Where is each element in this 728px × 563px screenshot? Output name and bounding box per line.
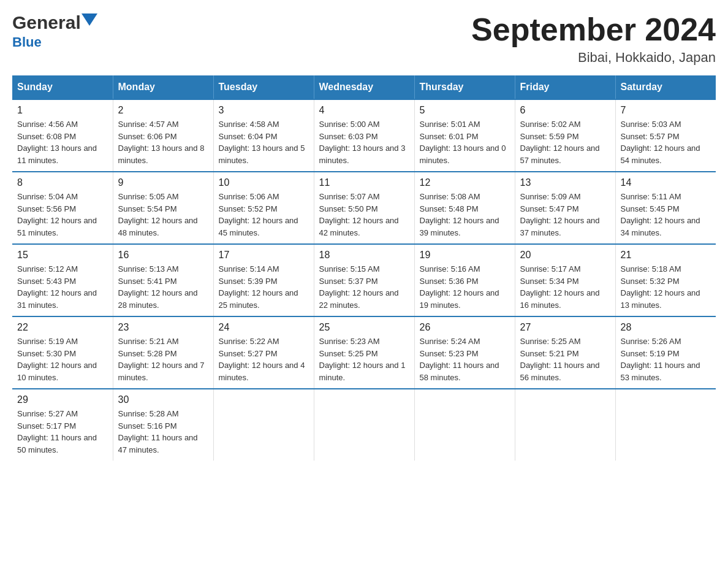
calendar-cell: 30Sunrise: 5:28 AMSunset: 5:16 PMDayligh…: [113, 389, 213, 461]
day-info: Sunrise: 5:13 AMSunset: 5:41 PMDaylight:…: [118, 263, 208, 311]
day-number: 28: [621, 322, 711, 333]
calendar-cell: 26Sunrise: 5:24 AMSunset: 5:23 PMDayligh…: [414, 316, 515, 389]
day-number: 3: [219, 105, 309, 116]
day-info: Sunrise: 4:58 AMSunset: 6:04 PMDaylight:…: [219, 118, 309, 166]
day-info: Sunrise: 5:18 AMSunset: 5:32 PMDaylight:…: [621, 263, 711, 311]
day-number: 23: [118, 322, 208, 333]
day-number: 27: [520, 322, 610, 333]
day-number: 13: [520, 177, 610, 188]
day-info: Sunrise: 5:00 AMSunset: 6:03 PMDaylight:…: [319, 118, 409, 166]
day-number: 26: [420, 322, 510, 333]
calendar-cell: 16Sunrise: 5:13 AMSunset: 5:41 PMDayligh…: [113, 244, 213, 316]
calendar-cell: 13Sunrise: 5:09 AMSunset: 5:47 PMDayligh…: [515, 172, 615, 244]
calendar-cell: 1Sunrise: 4:56 AMSunset: 6:08 PMDaylight…: [12, 99, 113, 172]
day-number: 14: [621, 177, 711, 188]
calendar-cell: 5Sunrise: 5:01 AMSunset: 6:01 PMDaylight…: [414, 99, 515, 172]
calendar-cell: 24Sunrise: 5:22 AMSunset: 5:27 PMDayligh…: [213, 316, 314, 389]
day-number: 5: [420, 105, 510, 116]
day-info: Sunrise: 5:05 AMSunset: 5:54 PMDaylight:…: [118, 191, 208, 239]
day-info: Sunrise: 5:06 AMSunset: 5:52 PMDaylight:…: [219, 191, 309, 239]
svg-marker-0: [82, 13, 97, 26]
day-info: Sunrise: 4:57 AMSunset: 6:06 PMDaylight:…: [118, 118, 208, 166]
day-info: Sunrise: 5:11 AMSunset: 5:45 PMDaylight:…: [621, 191, 711, 239]
calendar-cell: 11Sunrise: 5:07 AMSunset: 5:50 PMDayligh…: [314, 172, 414, 244]
day-info: Sunrise: 5:14 AMSunset: 5:39 PMDaylight:…: [219, 263, 309, 311]
calendar-cell: [213, 389, 314, 461]
day-info: Sunrise: 5:07 AMSunset: 5:50 PMDaylight:…: [319, 191, 409, 239]
day-info: Sunrise: 5:24 AMSunset: 5:23 PMDaylight:…: [420, 335, 510, 383]
logo-wordmark: General: [12, 12, 97, 33]
day-info: Sunrise: 5:08 AMSunset: 5:48 PMDaylight:…: [420, 191, 510, 239]
day-number: 20: [520, 250, 610, 261]
day-number: 17: [219, 250, 309, 261]
calendar-cell: 29Sunrise: 5:27 AMSunset: 5:17 PMDayligh…: [12, 389, 113, 461]
day-info: Sunrise: 5:19 AMSunset: 5:30 PMDaylight:…: [17, 335, 108, 383]
calendar-cell: 3Sunrise: 4:58 AMSunset: 6:04 PMDaylight…: [213, 99, 314, 172]
col-tuesday: Tuesday: [213, 75, 314, 99]
day-number: 6: [520, 105, 610, 116]
calendar-cell: 15Sunrise: 5:12 AMSunset: 5:43 PMDayligh…: [12, 244, 113, 316]
logo-triangle-icon: [82, 13, 97, 29]
calendar-cell: 7Sunrise: 5:03 AMSunset: 5:57 PMDaylight…: [615, 99, 716, 172]
col-saturday: Saturday: [615, 75, 716, 99]
day-info: Sunrise: 5:09 AMSunset: 5:47 PMDaylight:…: [520, 191, 610, 239]
day-info: Sunrise: 5:27 AMSunset: 5:17 PMDaylight:…: [17, 408, 108, 456]
day-info: Sunrise: 5:17 AMSunset: 5:34 PMDaylight:…: [520, 263, 610, 311]
day-info: Sunrise: 5:22 AMSunset: 5:27 PMDaylight:…: [219, 335, 309, 383]
logo-blue-text: Blue: [12, 34, 42, 50]
day-number: 9: [118, 177, 208, 188]
page-header: General Blue September 2024 Bibai, Hokka…: [12, 12, 716, 66]
calendar-table: Sunday Monday Tuesday Wednesday Thursday…: [12, 75, 716, 461]
header-row: Sunday Monday Tuesday Wednesday Thursday…: [12, 75, 716, 99]
day-number: 29: [17, 394, 108, 405]
calendar-body: 1Sunrise: 4:56 AMSunset: 6:08 PMDaylight…: [12, 99, 716, 461]
day-info: Sunrise: 5:21 AMSunset: 5:28 PMDaylight:…: [118, 335, 208, 383]
calendar-cell: 25Sunrise: 5:23 AMSunset: 5:25 PMDayligh…: [314, 316, 414, 389]
day-info: Sunrise: 5:26 AMSunset: 5:19 PMDaylight:…: [621, 335, 711, 383]
col-friday: Friday: [515, 75, 615, 99]
day-info: Sunrise: 4:56 AMSunset: 6:08 PMDaylight:…: [17, 118, 108, 166]
calendar-cell: [314, 389, 414, 461]
title-block: September 2024 Bibai, Hokkaido, Japan: [471, 12, 716, 66]
day-number: 8: [17, 177, 108, 188]
day-number: 11: [319, 177, 409, 188]
day-info: Sunrise: 5:01 AMSunset: 6:01 PMDaylight:…: [420, 118, 510, 166]
day-number: 7: [621, 105, 711, 116]
day-number: 12: [420, 177, 510, 188]
calendar-cell: [615, 389, 716, 461]
calendar-cell: 17Sunrise: 5:14 AMSunset: 5:39 PMDayligh…: [213, 244, 314, 316]
day-info: Sunrise: 5:16 AMSunset: 5:36 PMDaylight:…: [420, 263, 510, 311]
day-info: Sunrise: 5:25 AMSunset: 5:21 PMDaylight:…: [520, 335, 610, 383]
day-number: 1: [17, 105, 108, 116]
calendar-cell: 27Sunrise: 5:25 AMSunset: 5:21 PMDayligh…: [515, 316, 615, 389]
day-info: Sunrise: 5:03 AMSunset: 5:57 PMDaylight:…: [621, 118, 711, 166]
day-number: 22: [17, 322, 108, 333]
calendar-cell: [414, 389, 515, 461]
day-info: Sunrise: 5:23 AMSunset: 5:25 PMDaylight:…: [319, 335, 409, 383]
calendar-week-row: 29Sunrise: 5:27 AMSunset: 5:17 PMDayligh…: [12, 389, 716, 461]
day-number: 15: [17, 250, 108, 261]
calendar-cell: 21Sunrise: 5:18 AMSunset: 5:32 PMDayligh…: [615, 244, 716, 316]
day-number: 16: [118, 250, 208, 261]
calendar-week-row: 15Sunrise: 5:12 AMSunset: 5:43 PMDayligh…: [12, 244, 716, 316]
logo: General Blue: [12, 12, 97, 50]
day-info: Sunrise: 5:12 AMSunset: 5:43 PMDaylight:…: [17, 263, 108, 311]
calendar-cell: 2Sunrise: 4:57 AMSunset: 6:06 PMDaylight…: [113, 99, 213, 172]
calendar-cell: 14Sunrise: 5:11 AMSunset: 5:45 PMDayligh…: [615, 172, 716, 244]
calendar-week-row: 1Sunrise: 4:56 AMSunset: 6:08 PMDaylight…: [12, 99, 716, 172]
col-sunday: Sunday: [12, 75, 113, 99]
day-number: 19: [420, 250, 510, 261]
day-number: 25: [319, 322, 409, 333]
day-number: 24: [219, 322, 309, 333]
day-number: 2: [118, 105, 208, 116]
calendar-cell: 18Sunrise: 5:15 AMSunset: 5:37 PMDayligh…: [314, 244, 414, 316]
day-info: Sunrise: 5:02 AMSunset: 5:59 PMDaylight:…: [520, 118, 610, 166]
calendar-header: Sunday Monday Tuesday Wednesday Thursday…: [12, 75, 716, 99]
col-monday: Monday: [113, 75, 213, 99]
calendar-cell: 8Sunrise: 5:04 AMSunset: 5:56 PMDaylight…: [12, 172, 113, 244]
calendar-cell: 10Sunrise: 5:06 AMSunset: 5:52 PMDayligh…: [213, 172, 314, 244]
day-number: 18: [319, 250, 409, 261]
day-info: Sunrise: 5:04 AMSunset: 5:56 PMDaylight:…: [17, 191, 108, 239]
calendar-week-row: 8Sunrise: 5:04 AMSunset: 5:56 PMDaylight…: [12, 172, 716, 244]
calendar-week-row: 22Sunrise: 5:19 AMSunset: 5:30 PMDayligh…: [12, 316, 716, 389]
